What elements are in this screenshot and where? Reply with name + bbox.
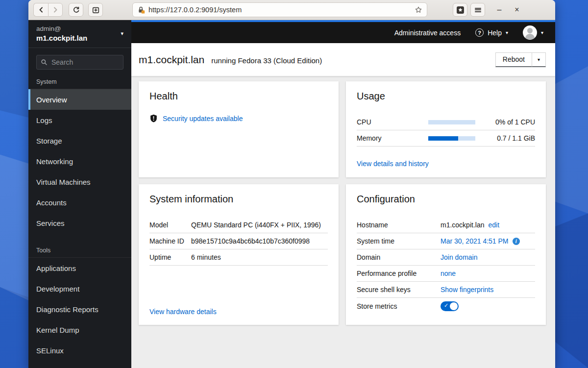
avatar — [523, 25, 537, 40]
store-metrics-toggle[interactable]: ✓ — [441, 301, 459, 311]
sidebar-item-kernel-dump[interactable]: Kernel Dump — [28, 319, 131, 340]
reload-icon — [73, 6, 80, 14]
health-title: Health — [149, 91, 328, 102]
sidebar-item-diagnostic-reports[interactable]: Diagnostic Reports — [28, 299, 131, 319]
uptime-value: 6 minutes — [191, 253, 328, 261]
chevron-down-icon: ▾ — [506, 30, 508, 35]
reload-button[interactable] — [69, 3, 83, 17]
health-row: Security updates available — [149, 114, 328, 123]
sidebar-item-selinux[interactable]: SELinux — [28, 340, 131, 361]
bookmark-star-icon[interactable] — [415, 6, 422, 14]
sidebar-item-services[interactable]: Services — [28, 213, 131, 233]
administrative-access-button[interactable]: Administrative access — [394, 29, 461, 37]
help-menu[interactable]: ? Help ▾ — [475, 28, 508, 37]
secure-shell-keys-label: Secure shell keys — [357, 286, 441, 294]
browser-window: https://127.0.0.2:9091/system – × admin@… — [28, 0, 555, 368]
view-details-history-link[interactable]: View details and history — [357, 160, 429, 168]
sidebar-item-virtual-machines[interactable]: Virtual Machines — [28, 172, 131, 192]
logged-in-user: admin@ — [36, 25, 87, 32]
chevron-down-icon: ▾ — [538, 57, 540, 62]
back-button[interactable] — [33, 3, 48, 17]
cockpit-app: admin@ m1.cockpit.lan ▾ System Overview … — [28, 20, 555, 368]
machine-id-row: Machine ID b98e15710c9a4bc6b4c10b7c360f0… — [149, 233, 328, 249]
chevron-down-icon: ▾ — [121, 30, 123, 37]
memory-usage-row: Memory 0.7 / 1.1 GiB — [357, 130, 535, 147]
sidebar-search — [36, 55, 123, 70]
sidebar-item-development[interactable]: Development — [28, 278, 131, 299]
url-text[interactable]: https://127.0.0.2:9091/system — [148, 6, 415, 14]
system-time-row: System time Mar 30, 2021 4:51 PM i — [357, 233, 535, 249]
view-hardware-details-link[interactable]: View hardware details — [149, 308, 217, 316]
browser-toolbar: https://127.0.0.2:9091/system – × — [28, 0, 555, 20]
uptime-row: Uptime 6 minutes — [149, 249, 328, 266]
reboot-options-button[interactable]: ▾ — [532, 52, 546, 67]
chevron-down-icon: ▾ — [541, 30, 543, 35]
info-icon[interactable]: i — [513, 238, 520, 245]
machine-id-label: Machine ID — [149, 237, 191, 245]
help-label: Help — [488, 29, 502, 37]
nav-group-tools: Tools — [28, 240, 131, 258]
toggle-knob — [450, 302, 458, 310]
reboot-button[interactable]: Reboot — [495, 52, 532, 67]
nav-group-system: System — [28, 72, 131, 89]
minimize-button[interactable]: – — [494, 6, 505, 14]
cpu-label: CPU — [357, 118, 428, 126]
cpu-value: 0% of 1 CPU — [475, 118, 535, 126]
url-bar[interactable]: https://127.0.0.2:9091/system — [132, 2, 427, 17]
host-switcher[interactable]: admin@ m1.cockpit.lan ▾ — [28, 20, 131, 48]
hostname-row: Hostname m1.cockpit.lan edit — [357, 217, 535, 233]
masthead: Administrative access ? Help ▾ ▾ — [131, 20, 555, 43]
new-tab-button[interactable] — [88, 3, 103, 17]
host-switcher-labels: admin@ m1.cockpit.lan — [36, 25, 87, 42]
secure-shell-keys-row: Secure shell keys Show fingerprints — [357, 282, 535, 298]
store-metrics-row: Store metrics ✓ — [357, 298, 535, 314]
store-metrics-label: Store metrics — [357, 302, 441, 310]
sidebar-item-overview[interactable]: Overview — [28, 89, 131, 110]
memory-value: 0.7 / 1.1 GiB — [475, 134, 535, 142]
page-header: m1.cockpit.lan running Fedora 33 (Cloud … — [131, 43, 555, 76]
forward-arrow-icon — [52, 6, 59, 13]
close-button[interactable]: × — [512, 6, 522, 14]
os-subtitle: running Fedora 33 (Cloud Edition) — [211, 55, 322, 65]
main-column: Administrative access ? Help ▾ ▾ m1.cock… — [131, 20, 555, 368]
join-domain-link[interactable]: Join domain — [441, 253, 478, 261]
sidebar-item-logs[interactable]: Logs — [28, 110, 131, 130]
machine-id-value: b98e15710c9a4bc6b4c10b7c360f0998 — [191, 237, 328, 245]
library-icon — [456, 6, 465, 14]
cpu-usage-row: CPU 0% of 1 CPU — [357, 114, 535, 130]
performance-profile-link[interactable]: none — [441, 270, 456, 277]
search-input[interactable] — [36, 55, 123, 70]
help-icon: ? — [475, 28, 484, 37]
library-button[interactable] — [453, 3, 467, 17]
sidebar-item-applications[interactable]: Applications — [28, 258, 131, 278]
memory-label: Memory — [357, 134, 428, 142]
forward-button[interactable] — [48, 3, 63, 17]
nav-button-group — [33, 3, 63, 17]
show-fingerprints-link[interactable]: Show fingerprints — [441, 286, 493, 294]
session-menu[interactable]: ▾ — [523, 25, 543, 40]
sidebar: admin@ m1.cockpit.lan ▾ System Overview … — [28, 20, 131, 368]
sidebar-item-networking[interactable]: Networking — [28, 151, 131, 172]
system-time-label: System time — [357, 237, 441, 245]
usage-card: Usage CPU 0% of 1 CPU Memory 0.7 / 1.1 G… — [346, 81, 546, 177]
page-title: m1.cockpit.lan — [139, 54, 204, 66]
sidebar-item-accounts[interactable]: Accounts — [28, 192, 131, 213]
model-row: Model QEMU Standard PC (i440FX + PIIX, 1… — [149, 217, 328, 233]
sidebar-item-storage[interactable]: Storage — [28, 130, 131, 151]
menu-button[interactable] — [470, 3, 485, 17]
hostname-label: Hostname — [357, 221, 441, 229]
edit-hostname-link[interactable]: edit — [488, 221, 499, 229]
sidebar-nav: System Overview Logs Storage Networking … — [28, 72, 131, 361]
model-label: Model — [149, 221, 191, 229]
uptime-label: Uptime — [149, 253, 191, 261]
insecure-lock-icon — [137, 6, 145, 14]
performance-profile-row: Performance profile none — [357, 266, 535, 282]
domain-label: Domain — [357, 253, 441, 261]
memory-progress-bar — [428, 136, 475, 141]
usage-title: Usage — [357, 91, 535, 102]
shield-warning-icon — [149, 114, 158, 123]
hamburger-icon — [475, 8, 481, 12]
new-tab-icon — [92, 6, 99, 14]
security-updates-link[interactable]: Security updates available — [163, 115, 243, 123]
system-time-link[interactable]: Mar 30, 2021 4:51 PM — [441, 237, 509, 245]
